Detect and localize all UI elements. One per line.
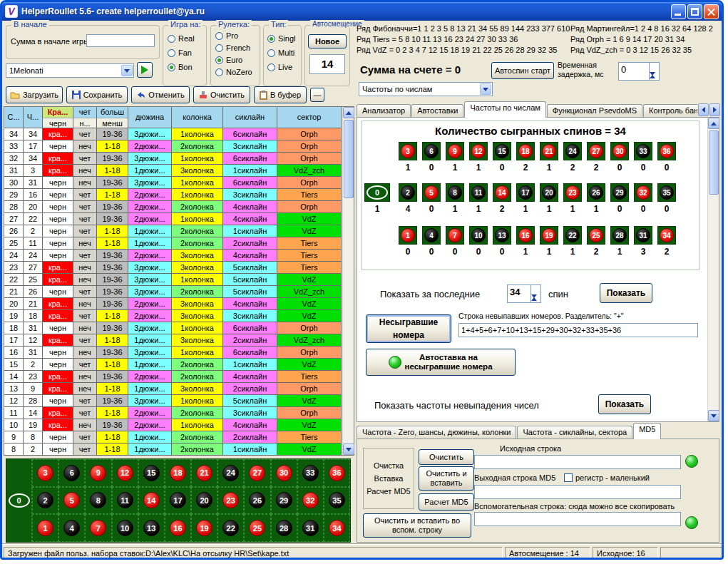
bet-number[interactable]: 2 <box>32 487 58 515</box>
radio-multi[interactable]: Multi <box>267 48 294 57</box>
freq-number[interactable]: 2 <box>399 183 417 202</box>
tab-scroll-left-icon[interactable] <box>698 103 709 116</box>
chevron-down-icon[interactable] <box>121 65 133 76</box>
freq-number[interactable]: 8 <box>446 183 464 202</box>
freq-number[interactable]: 32 <box>634 183 652 202</box>
radio-bon[interactable]: Bon <box>168 63 193 71</box>
radio-french[interactable]: French <box>215 43 250 52</box>
freq-number[interactable]: 31 <box>634 226 652 245</box>
bet-zero[interactable]: 0 <box>6 459 32 542</box>
bet-number[interactable]: 26 <box>244 487 270 515</box>
freq-number[interactable]: 27 <box>587 142 605 160</box>
bet-number[interactable]: 5 <box>58 487 85 515</box>
source-string-input[interactable] <box>474 455 681 469</box>
load-button[interactable]: Загрузить <box>6 86 63 103</box>
freq-number[interactable]: 13 <box>493 226 511 245</box>
freq-number[interactable]: 29 <box>610 183 629 202</box>
chevron-down-icon[interactable] <box>480 83 491 95</box>
scroll-down-icon[interactable] <box>343 443 354 455</box>
bet-number[interactable]: 21 <box>191 459 217 487</box>
bet-number[interactable]: 13 <box>138 514 165 542</box>
bet-number[interactable]: 12 <box>112 459 138 487</box>
freq-number[interactable]: 36 <box>657 142 676 160</box>
bet-number[interactable]: 25 <box>244 514 270 542</box>
radio-euro[interactable]: Euro <box>215 56 242 64</box>
maximize-button[interactable] <box>687 4 702 19</box>
bet-number[interactable]: 11 <box>112 487 138 515</box>
tab-частоты-по-числам[interactable]: Частоты по числам <box>464 101 545 118</box>
bet-number[interactable]: 9 <box>85 459 111 487</box>
radio-pro[interactable]: Pro <box>215 31 238 40</box>
tab-автоставки[interactable]: Автоставки <box>411 104 463 118</box>
green-led-button[interactable] <box>685 455 698 468</box>
close-button[interactable] <box>704 4 719 19</box>
bet-number[interactable]: 14 <box>138 487 165 515</box>
tab-контроль-банкр[interactable]: Контроль банкр <box>643 104 697 118</box>
table-scrollbar[interactable] <box>342 107 354 455</box>
show-miss-freq-button[interactable]: Показать <box>598 394 651 414</box>
freq-number[interactable]: 12 <box>469 142 488 160</box>
freq-number[interactable]: 24 <box>563 142 582 160</box>
freq-number[interactable]: 18 <box>516 142 535 160</box>
bet-number[interactable]: 3 <box>32 459 58 487</box>
bet-number[interactable]: 36 <box>324 459 350 487</box>
mode-combo[interactable]: Частоты по числам <box>359 82 493 96</box>
scroll-up-icon[interactable] <box>708 118 719 129</box>
freq-zero[interactable]: 0 <box>364 183 390 202</box>
new-button[interactable]: Новое <box>308 34 347 48</box>
aux-clear-paste-button[interactable]: Очистить и вставить во вспом. строку <box>363 513 471 538</box>
bet-number[interactable]: 1 <box>32 514 58 542</box>
bet-number[interactable]: 27 <box>244 459 270 487</box>
lowercase-checkbox[interactable] <box>564 473 573 482</box>
tab-функционал-psevdoms[interactable]: Функционал PsevdoMS <box>547 104 642 118</box>
bet-number[interactable]: 19 <box>191 514 217 542</box>
bet-number[interactable]: 34 <box>324 514 350 542</box>
bet-number[interactable]: 20 <box>191 487 217 515</box>
save-button[interactable]: Сохранить <box>66 86 128 103</box>
freq-number[interactable]: 30 <box>610 142 629 160</box>
bet-number[interactable]: 17 <box>165 487 191 515</box>
title-bar[interactable]: V HelperRoullet 5.6- create helperroulle… <box>2 2 722 21</box>
bet-number[interactable]: 4 <box>58 514 85 542</box>
undo-button[interactable]: Отменить <box>131 86 190 103</box>
freq-number[interactable]: 28 <box>610 226 629 245</box>
show-last-button[interactable]: Показать <box>600 283 652 303</box>
freq-number[interactable]: 20 <box>540 183 558 202</box>
freq-number[interactable]: 17 <box>516 183 535 202</box>
freq-number[interactable]: 4 <box>422 226 441 245</box>
freq-number[interactable]: 6 <box>422 142 441 160</box>
tab-анализатор[interactable]: Анализатор <box>357 104 411 118</box>
last-spins-spinner[interactable]: 34 <box>507 284 541 303</box>
bet-number[interactable]: 28 <box>271 514 297 542</box>
green-led-button[interactable] <box>685 516 698 529</box>
preset-combo[interactable]: 1Melonati <box>6 63 134 78</box>
spin-down-icon[interactable] <box>650 76 659 88</box>
bet-number[interactable]: 16 <box>165 514 191 542</box>
spin-down-icon[interactable] <box>531 298 540 311</box>
freq-number[interactable]: 23 <box>563 183 582 202</box>
bet-number[interactable]: 7 <box>85 514 111 542</box>
freq-number[interactable]: 25 <box>587 226 605 245</box>
play-button[interactable] <box>137 62 153 78</box>
bet-number[interactable]: 29 <box>271 487 297 515</box>
start-sum-input[interactable] <box>86 34 155 47</box>
freq-number[interactable]: 3 <box>399 142 417 160</box>
freq-number[interactable]: 5 <box>422 183 441 202</box>
scroll-up-icon[interactable] <box>343 107 354 118</box>
minimize-button[interactable] <box>671 4 686 19</box>
freq-number[interactable]: 19 <box>540 226 558 245</box>
missing-numbers-button[interactable]: Несыгравшие номера <box>366 314 451 343</box>
bet-number[interactable]: 8 <box>85 487 111 515</box>
delay-spinner[interactable]: 0 <box>618 62 660 81</box>
freq-number[interactable]: 10 <box>469 226 488 245</box>
bet-number[interactable]: 23 <box>217 487 244 515</box>
bet-number[interactable]: 31 <box>297 514 324 542</box>
freq-number[interactable]: 16 <box>516 226 535 245</box>
collapse-button[interactable]: — <box>310 88 324 102</box>
scroll-down-icon[interactable] <box>708 410 719 421</box>
tab-scroll-right-icon[interactable] <box>709 103 720 116</box>
tab-частота-zero-шансы-дюжины-колонки[interactable]: Частота - Zero, шансы, дюжины, колонки <box>357 426 516 439</box>
md5-clear-paste-button[interactable]: Очистить и вставить <box>419 466 474 491</box>
md5-calc-button[interactable]: Расчет MD5 <box>419 493 474 511</box>
to-buffer-button[interactable]: В буфер <box>254 86 307 103</box>
